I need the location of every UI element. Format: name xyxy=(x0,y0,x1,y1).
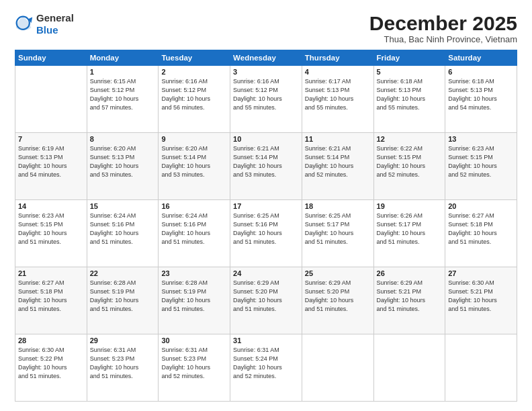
logo-general: General xyxy=(36,12,74,24)
logo-text: General Blue xyxy=(36,12,74,36)
day-info: Sunrise: 6:19 AM Sunset: 5:13 PM Dayligh… xyxy=(18,144,84,179)
day-info: Sunrise: 6:21 AM Sunset: 5:14 PM Dayligh… xyxy=(305,144,371,179)
title-block: December 2025 Thua, Bac Ninh Province, V… xyxy=(369,12,517,44)
day-number: 15 xyxy=(90,202,156,210)
day-info: Sunrise: 6:21 AM Sunset: 5:14 PM Dayligh… xyxy=(233,144,299,179)
day-info: Sunrise: 6:18 AM Sunset: 5:13 PM Dayligh… xyxy=(377,77,443,112)
day-info: Sunrise: 6:22 AM Sunset: 5:15 PM Dayligh… xyxy=(377,144,443,179)
calendar-week-1: 1Sunrise: 6:15 AM Sunset: 5:12 PM Daylig… xyxy=(15,66,517,133)
logo-icon xyxy=(15,15,34,34)
day-number: 4 xyxy=(305,68,371,76)
day-info: Sunrise: 6:24 AM Sunset: 5:16 PM Dayligh… xyxy=(90,212,156,246)
calendar-cell: 6Sunrise: 6:18 AM Sunset: 5:13 PM Daylig… xyxy=(445,66,517,133)
day-number: 29 xyxy=(90,336,156,345)
calendar-week-4: 21Sunrise: 6:27 AM Sunset: 5:18 PM Dayli… xyxy=(15,267,517,334)
calendar-cell: 19Sunrise: 6:26 AM Sunset: 5:17 PM Dayli… xyxy=(373,200,445,267)
day-number: 12 xyxy=(377,135,443,143)
calendar-cell: 23Sunrise: 6:28 AM Sunset: 5:19 PM Dayli… xyxy=(159,267,230,334)
day-info: Sunrise: 6:31 AM Sunset: 5:24 PM Dayligh… xyxy=(233,346,299,381)
day-number: 24 xyxy=(233,269,299,277)
col-thursday: Thursday xyxy=(302,50,373,66)
day-info: Sunrise: 6:30 AM Sunset: 5:21 PM Dayligh… xyxy=(448,279,514,314)
calendar-cell: 21Sunrise: 6:27 AM Sunset: 5:18 PM Dayli… xyxy=(15,267,87,334)
col-monday: Monday xyxy=(87,50,159,66)
calendar-week-5: 28Sunrise: 6:30 AM Sunset: 5:22 PM Dayli… xyxy=(15,334,517,402)
day-number: 5 xyxy=(377,68,443,76)
day-number: 19 xyxy=(377,202,443,210)
day-number: 10 xyxy=(233,135,299,143)
calendar-cell xyxy=(445,334,517,402)
col-saturday: Saturday xyxy=(445,50,517,66)
day-info: Sunrise: 6:28 AM Sunset: 5:19 PM Dayligh… xyxy=(161,279,227,314)
day-info: Sunrise: 6:17 AM Sunset: 5:13 PM Dayligh… xyxy=(305,77,371,112)
day-info: Sunrise: 6:16 AM Sunset: 5:12 PM Dayligh… xyxy=(233,77,299,112)
day-info: Sunrise: 6:28 AM Sunset: 5:19 PM Dayligh… xyxy=(90,279,156,314)
calendar-cell: 9Sunrise: 6:20 AM Sunset: 5:14 PM Daylig… xyxy=(159,133,230,200)
header: General Blue December 2025 Thua, Bac Nin… xyxy=(15,12,517,44)
location: Thua, Bac Ninh Province, Vietnam xyxy=(369,34,517,44)
day-number: 22 xyxy=(90,269,156,277)
day-info: Sunrise: 6:18 AM Sunset: 5:13 PM Dayligh… xyxy=(448,77,514,112)
calendar-cell: 8Sunrise: 6:20 AM Sunset: 5:13 PM Daylig… xyxy=(87,133,159,200)
col-wednesday: Wednesday xyxy=(230,50,302,66)
day-info: Sunrise: 6:15 AM Sunset: 5:12 PM Dayligh… xyxy=(90,77,156,112)
day-number: 6 xyxy=(448,68,514,76)
day-number: 23 xyxy=(161,269,227,277)
day-number: 3 xyxy=(233,68,299,76)
calendar-cell: 20Sunrise: 6:27 AM Sunset: 5:18 PM Dayli… xyxy=(445,200,517,267)
calendar-cell: 7Sunrise: 6:19 AM Sunset: 5:13 PM Daylig… xyxy=(15,133,87,200)
calendar-cell: 12Sunrise: 6:22 AM Sunset: 5:15 PM Dayli… xyxy=(373,133,445,200)
calendar-cell: 2Sunrise: 6:16 AM Sunset: 5:12 PM Daylig… xyxy=(159,66,230,133)
day-number: 13 xyxy=(448,135,514,143)
day-number: 9 xyxy=(161,135,227,143)
day-number: 25 xyxy=(305,269,371,277)
calendar-cell xyxy=(373,334,445,402)
month-title: December 2025 xyxy=(369,12,517,34)
day-number: 17 xyxy=(233,202,299,210)
calendar-cell: 26Sunrise: 6:29 AM Sunset: 5:21 PM Dayli… xyxy=(373,267,445,334)
col-tuesday: Tuesday xyxy=(159,50,230,66)
calendar-cell: 1Sunrise: 6:15 AM Sunset: 5:12 PM Daylig… xyxy=(87,66,159,133)
day-info: Sunrise: 6:30 AM Sunset: 5:22 PM Dayligh… xyxy=(18,346,84,381)
day-number: 14 xyxy=(18,202,84,210)
day-info: Sunrise: 6:29 AM Sunset: 5:20 PM Dayligh… xyxy=(305,279,371,314)
day-info: Sunrise: 6:24 AM Sunset: 5:16 PM Dayligh… xyxy=(161,212,227,246)
day-number: 2 xyxy=(161,68,227,76)
day-number: 18 xyxy=(305,202,371,210)
calendar-cell: 22Sunrise: 6:28 AM Sunset: 5:19 PM Dayli… xyxy=(87,267,159,334)
calendar-cell: 27Sunrise: 6:30 AM Sunset: 5:21 PM Dayli… xyxy=(445,267,517,334)
logo: General Blue xyxy=(15,12,74,36)
calendar-week-2: 7Sunrise: 6:19 AM Sunset: 5:13 PM Daylig… xyxy=(15,133,517,200)
calendar-cell: 5Sunrise: 6:18 AM Sunset: 5:13 PM Daylig… xyxy=(373,66,445,133)
day-number: 21 xyxy=(18,269,84,277)
calendar-cell: 29Sunrise: 6:31 AM Sunset: 5:23 PM Dayli… xyxy=(87,334,159,402)
calendar-cell xyxy=(15,66,87,133)
logo-blue: Blue xyxy=(36,24,58,36)
day-info: Sunrise: 6:27 AM Sunset: 5:18 PM Dayligh… xyxy=(448,212,514,246)
day-number: 30 xyxy=(161,336,227,345)
calendar-cell: 13Sunrise: 6:23 AM Sunset: 5:15 PM Dayli… xyxy=(445,133,517,200)
calendar-cell: 3Sunrise: 6:16 AM Sunset: 5:12 PM Daylig… xyxy=(230,66,302,133)
day-info: Sunrise: 6:23 AM Sunset: 5:15 PM Dayligh… xyxy=(18,212,84,246)
page: General Blue December 2025 Thua, Bac Nin… xyxy=(0,0,532,411)
day-number: 11 xyxy=(305,135,371,143)
day-number: 8 xyxy=(90,135,156,143)
day-number: 31 xyxy=(233,336,299,345)
day-info: Sunrise: 6:20 AM Sunset: 5:13 PM Dayligh… xyxy=(90,144,156,179)
day-info: Sunrise: 6:27 AM Sunset: 5:18 PM Dayligh… xyxy=(18,279,84,314)
day-number: 27 xyxy=(448,269,514,277)
calendar-cell xyxy=(302,334,373,402)
day-info: Sunrise: 6:31 AM Sunset: 5:23 PM Dayligh… xyxy=(90,346,156,381)
day-info: Sunrise: 6:29 AM Sunset: 5:21 PM Dayligh… xyxy=(377,279,443,314)
calendar-cell: 16Sunrise: 6:24 AM Sunset: 5:16 PM Dayli… xyxy=(159,200,230,267)
day-info: Sunrise: 6:29 AM Sunset: 5:20 PM Dayligh… xyxy=(233,279,299,314)
calendar-cell: 17Sunrise: 6:25 AM Sunset: 5:16 PM Dayli… xyxy=(230,200,302,267)
day-number: 16 xyxy=(161,202,227,210)
col-sunday: Sunday xyxy=(15,50,87,66)
day-info: Sunrise: 6:31 AM Sunset: 5:23 PM Dayligh… xyxy=(161,346,227,381)
calendar-cell: 25Sunrise: 6:29 AM Sunset: 5:20 PM Dayli… xyxy=(302,267,373,334)
day-info: Sunrise: 6:20 AM Sunset: 5:14 PM Dayligh… xyxy=(161,144,227,179)
calendar-header-row: Sunday Monday Tuesday Wednesday Thursday… xyxy=(15,50,517,66)
day-number: 7 xyxy=(18,135,84,143)
day-info: Sunrise: 6:23 AM Sunset: 5:15 PM Dayligh… xyxy=(448,144,514,179)
